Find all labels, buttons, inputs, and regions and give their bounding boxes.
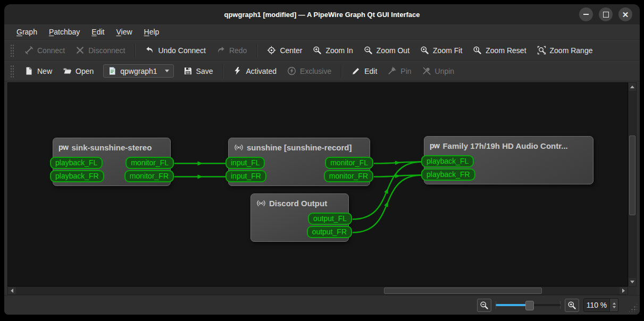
h-scroll-track[interactable] <box>16 287 620 294</box>
node-header[interactable]: Discord Output <box>251 198 348 210</box>
node-family[interactable]: pwFamily 17h/19h HD Audio Contr...playba… <box>424 136 593 184</box>
menu-view[interactable]: View <box>111 26 137 38</box>
ports-container: output_FLoutput_FR <box>251 213 348 238</box>
port-monitor-fr[interactable]: monitor_FR <box>324 170 373 182</box>
zoom-out-button[interactable]: Zoom Out <box>359 43 414 57</box>
zoom-in-button[interactable]: Zoom In <box>308 43 357 57</box>
port-monitor-fl[interactable]: monitor_FL <box>126 157 174 169</box>
zoom-range-button[interactable]: Zoom Range <box>532 43 598 57</box>
button-label: Edit <box>364 67 377 75</box>
ports-container: playback_FLplayback_FR <box>424 155 593 181</box>
node-sunshine[interactable]: sunshine [sunshine-record]input_FLmonito… <box>228 138 370 186</box>
disconnect-icon <box>76 46 85 55</box>
patchbay-file-icon <box>108 66 117 75</box>
h-scroll-thumb[interactable] <box>384 288 542 294</box>
connect-icon <box>24 46 34 55</box>
activated-bolt-icon <box>233 66 242 75</box>
menu-help[interactable]: Help <box>139 26 164 38</box>
scroll-right-button[interactable] <box>620 287 628 294</box>
zoom-out-button[interactable] <box>477 299 491 312</box>
button-label: Unpin <box>435 67 455 75</box>
scroll-up-button[interactable] <box>629 83 636 91</box>
stream-icon <box>256 199 266 208</box>
pin-button[interactable]: Pin <box>383 64 416 78</box>
node-discord[interactable]: Discord Outputoutput_FLoutput_FR <box>250 193 349 242</box>
button-label: Pin <box>400 67 411 75</box>
port-row: playback_FRmonitor_FR <box>53 170 170 182</box>
zoom-in-icon <box>313 46 322 55</box>
minimize-icon <box>583 14 589 15</box>
connect-button[interactable]: Connect <box>20 43 70 57</box>
v-scroll-track[interactable] <box>629 91 636 278</box>
graph-canvas[interactable]: pwsink-sunshine-stereoplayback_FLmonitor… <box>7 82 628 286</box>
port-input-fl[interactable]: input_FL <box>225 157 265 169</box>
port-output-fl[interactable]: output_FL <box>308 213 352 225</box>
port-output-fr[interactable]: output_FR <box>307 226 352 238</box>
close-button[interactable]: ✕ <box>618 7 632 21</box>
exclusive-button[interactable]: Exclusive <box>282 64 336 78</box>
edit-button[interactable]: Edit <box>347 64 382 78</box>
scroll-left-button[interactable] <box>8 287 16 294</box>
scrollbar-corner <box>628 286 637 295</box>
maximize-button[interactable] <box>599 7 613 21</box>
scroll-down-button[interactable] <box>629 278 636 286</box>
v-scroll-thumb[interactable] <box>629 136 635 215</box>
toolbar-drag-handle[interactable] <box>10 44 14 57</box>
arrow-left-icon <box>11 289 13 293</box>
toolbar-patchbay: NewOpenqpwgraph1SaveActivatedExclusiveEd… <box>4 61 640 81</box>
app-window: qpwgraph1 [modified] — A PipeWire Graph … <box>4 4 640 315</box>
vertical-scrollbar[interactable] <box>628 82 637 286</box>
arrow-down-icon <box>630 281 634 283</box>
open-button[interactable]: Open <box>58 64 98 78</box>
patchbay-file-combobox[interactable]: qpwgraph1 <box>103 64 173 78</box>
disconnect-button[interactable]: Disconnect <box>71 43 130 57</box>
slider-handle[interactable] <box>525 301 534 310</box>
node-header[interactable]: pwsink-sunshine-stereo <box>53 142 170 155</box>
zoom-reset-button[interactable]: Zoom Reset <box>468 43 531 57</box>
node-title: Family 17h/19h HD Audio Contr... <box>442 141 567 150</box>
menu-graph[interactable]: Graph <box>12 26 42 38</box>
zoom-out-icon <box>364 46 373 55</box>
toolbar-drag-handle[interactable] <box>10 65 14 78</box>
center-button[interactable]: Center <box>262 43 307 57</box>
port-playback-fl[interactable]: playback_FL <box>50 157 103 169</box>
zoom-spinbox[interactable]: 110 % <box>583 298 618 312</box>
node-sink[interactable]: pwsink-sunshine-stereoplayback_FLmonitor… <box>53 138 171 186</box>
save-button[interactable]: Save <box>179 64 218 78</box>
port-playback-fl[interactable]: playback_FL <box>421 155 474 167</box>
zoom-slider[interactable] <box>496 299 561 311</box>
unpin-button[interactable]: Unpin <box>417 64 459 78</box>
minimize-button[interactable] <box>579 7 593 21</box>
node-header[interactable]: pwFamily 17h/19h HD Audio Contr... <box>424 140 593 153</box>
node-header[interactable]: sunshine [sunshine-record] <box>229 142 370 155</box>
activated-button[interactable]: Activated <box>228 64 281 78</box>
port-input-fr[interactable]: input_FR <box>225 170 266 182</box>
exclusive-bolt-icon <box>287 66 296 75</box>
button-label: Exclusive <box>300 67 331 75</box>
redo-button[interactable]: Redo <box>212 43 252 57</box>
button-label: Zoom Out <box>377 46 409 55</box>
zoom-fit-button[interactable]: Zoom Fit <box>415 43 467 57</box>
port-playback-fr[interactable]: playback_FR <box>50 170 104 182</box>
edit-pencil-icon <box>352 66 361 75</box>
title-bar[interactable]: qpwgraph1 [modified] — A PipeWire Graph … <box>4 4 640 24</box>
port-monitor-fl[interactable]: monitor_FL <box>325 157 373 169</box>
spin-arrows[interactable] <box>609 299 618 311</box>
center-icon <box>267 46 276 55</box>
zoom-in-button[interactable] <box>565 299 579 312</box>
port-monitor-fr[interactable]: monitor_FR <box>124 170 174 182</box>
menu-patchbay[interactable]: Patchbay <box>44 26 85 38</box>
port-playback-fr[interactable]: playback_FR <box>421 168 475 181</box>
toolbar-separator <box>222 64 223 78</box>
button-label: Zoom In <box>325 46 353 55</box>
horizontal-scrollbar[interactable] <box>7 286 628 295</box>
zoom-range-icon <box>537 46 546 55</box>
toolbar-separator <box>135 44 136 57</box>
spin-up-icon <box>613 302 616 305</box>
port-row: output_FR <box>251 226 348 238</box>
new-button[interactable]: New <box>20 64 57 78</box>
resize-grip[interactable] <box>628 303 637 312</box>
toolbar-separator <box>256 44 257 57</box>
undo-connect-button[interactable]: Undo Connect <box>140 43 211 57</box>
menu-edit[interactable]: Edit <box>87 26 109 38</box>
